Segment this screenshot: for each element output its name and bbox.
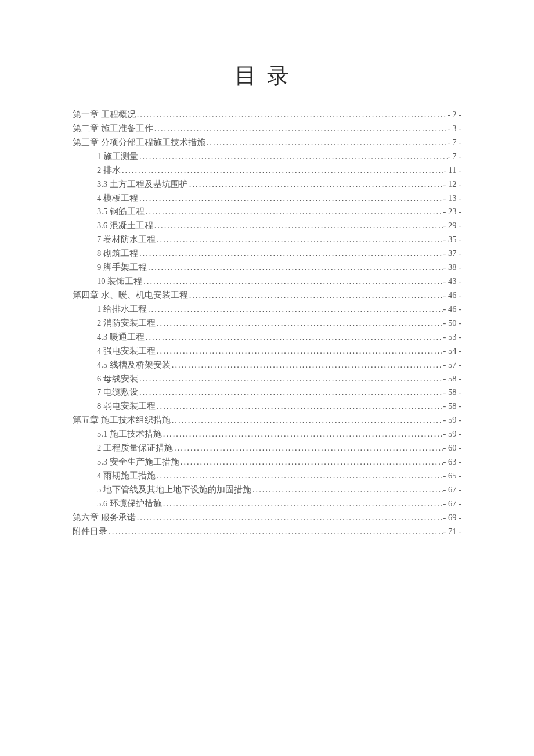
toc-leader-dots: [156, 233, 443, 247]
toc-leader-dots: [142, 275, 443, 289]
toc-entry-page: - 57 -: [443, 358, 461, 372]
page-title: 目录: [73, 61, 461, 91]
toc-entry-label: 4.3 暖通工程: [97, 330, 145, 344]
toc-leader-dots: [156, 469, 443, 483]
toc-entry-label: 5.3 安全生产施工措施: [97, 455, 179, 469]
toc-entry: 第三章 分项分部工程施工技术措施- 7 -: [73, 136, 461, 150]
toc-entry: 7 卷材防水工程- 35 -: [73, 233, 461, 247]
toc-entry-label: 第六章 服务承诺: [73, 511, 136, 525]
toc-entry: 8 砌筑工程- 37 -: [73, 247, 461, 261]
toc-entry: 4 模板工程- 13 -: [73, 192, 461, 206]
toc-entry-label: 5.6 环境保护措施: [97, 497, 162, 511]
toc-entry-page: - 12 -: [443, 178, 461, 192]
toc-entry-label: 附件目录: [73, 525, 107, 539]
toc-entry: 5 地下管线及其地上地下设施的加固措施- 67 -: [73, 483, 461, 497]
toc-entry-page: - 53 -: [443, 330, 461, 344]
toc-entry: 4.3 暖通工程- 53 -: [73, 330, 461, 344]
toc-entry-page: - 63 -: [443, 455, 461, 469]
toc-leader-dots: [156, 344, 443, 358]
toc-leader-dots: [145, 330, 443, 344]
toc-entry-label: 4 模板工程: [97, 192, 138, 206]
table-of-contents: 第一章 工程概况- 2 -第二章 施工准备工作- 3 -第三章 分项分部工程施工…: [73, 108, 461, 539]
toc-leader-dots: [171, 413, 443, 427]
toc-entry-label: 4.5 线槽及桥架安装: [97, 358, 171, 372]
toc-leader-dots: [251, 483, 443, 497]
toc-entry-label: 8 砌筑工程: [97, 247, 138, 261]
toc-entry-page: - 43 -: [443, 275, 461, 289]
toc-entry: 1 给排水工程- 46 -: [73, 303, 461, 316]
toc-entry-page: - 69 -: [443, 511, 461, 525]
toc-entry-label: 10 装饰工程: [97, 275, 142, 289]
toc-entry: 8 弱电安装工程- 58 -: [73, 399, 461, 413]
toc-entry-label: 2 排水: [97, 164, 121, 178]
toc-leader-dots: [121, 164, 443, 178]
toc-entry-label: 9 脚手架工程: [97, 261, 147, 275]
toc-entry-page: - 37 -: [443, 247, 461, 261]
toc-entry-page: - 54 -: [443, 344, 461, 358]
toc-entry-label: 3.3 土方工程及基坑围护: [97, 178, 188, 192]
toc-entry-page: - 60 -: [443, 441, 461, 455]
toc-entry: 2 消防安装工程- 50 -: [73, 316, 461, 330]
toc-leader-dots: [138, 247, 443, 261]
toc-entry-page: - 67 -: [443, 483, 461, 497]
toc-entry-label: 6 母线安装: [97, 372, 138, 386]
toc-entry: 6 母线安装- 58 -: [73, 372, 461, 386]
toc-entry-label: 第一章 工程概况: [73, 108, 136, 122]
toc-leader-dots: [153, 219, 443, 233]
toc-leader-dots: [153, 122, 448, 136]
toc-leader-dots: [162, 427, 443, 441]
toc-entry-page: - 58 -: [443, 386, 461, 399]
toc-entry: 5.3 安全生产施工措施- 63 -: [73, 455, 461, 469]
toc-entry: 4.5 线槽及桥架安装- 57 -: [73, 358, 461, 372]
toc-entry: 3.3 土方工程及基坑围护- 12 -: [73, 178, 461, 192]
toc-entry-page: - 38 -: [443, 261, 461, 275]
toc-leader-dots: [147, 303, 443, 316]
toc-entry: 3.6 混凝土工程- 29 -: [73, 219, 461, 233]
toc-entry-label: 1 给排水工程: [97, 303, 147, 316]
toc-leader-dots: [107, 525, 443, 539]
toc-entry: 第二章 施工准备工作- 3 -: [73, 122, 461, 136]
toc-leader-dots: [205, 136, 448, 150]
toc-entry: 第六章 服务承诺- 69 -: [73, 511, 461, 525]
toc-leader-dots: [138, 372, 443, 386]
toc-entry-label: 4 强电安装工程: [97, 344, 156, 358]
toc-entry: 第一章 工程概况- 2 -: [73, 108, 461, 122]
toc-entry-label: 第三章 分项分部工程施工技术措施: [73, 136, 205, 150]
toc-entry-page: - 46 -: [443, 303, 461, 316]
toc-entry: 7 电缆敷设- 58 -: [73, 386, 461, 399]
toc-entry: 4 强电安装工程- 54 -: [73, 344, 461, 358]
toc-entry-page: - 65 -: [443, 469, 461, 483]
toc-entry: 10 装饰工程- 43 -: [73, 275, 461, 289]
toc-entry-page: - 71 -: [443, 525, 461, 539]
toc-entry-label: 4 雨期施工措施: [97, 469, 156, 483]
toc-entry-label: 7 电缆敷设: [97, 386, 138, 399]
toc-entry-label: 2 工程质量保证措施: [97, 441, 173, 455]
toc-entry-label: 第二章 施工准备工作: [73, 122, 153, 136]
toc-entry: 附件目录- 71 -: [73, 525, 461, 539]
toc-leader-dots: [156, 399, 443, 413]
toc-entry-label: 第四章 水、暖、机电安装工程: [73, 289, 188, 303]
toc-entry-page: - 13 -: [443, 192, 461, 206]
toc-leader-dots: [138, 192, 443, 206]
toc-leader-dots: [147, 261, 443, 275]
toc-entry-page: - 59 -: [443, 413, 461, 427]
toc-entry-page: - 7 -: [448, 150, 461, 164]
toc-entry: 第五章 施工技术组织措施- 59 -: [73, 413, 461, 427]
toc-entry: 5.6 环境保护措施- 67 -: [73, 497, 461, 511]
toc-entry-page: - 11 -: [443, 164, 461, 178]
toc-entry: 1 施工测量- 7 -: [73, 150, 461, 164]
toc-entry-label: 5.1 施工技术措施: [97, 427, 162, 441]
toc-leader-dots: [188, 289, 443, 303]
toc-entry-page: - 50 -: [443, 316, 461, 330]
toc-entry: 4 雨期施工措施- 65 -: [73, 469, 461, 483]
toc-entry: 5.1 施工技术措施- 59 -: [73, 427, 461, 441]
toc-leader-dots: [136, 108, 448, 122]
toc-entry-page: - 59 -: [443, 427, 461, 441]
toc-entry: 2 工程质量保证措施- 60 -: [73, 441, 461, 455]
toc-entry-page: - 46 -: [443, 289, 461, 303]
toc-entry-label: 3.6 混凝土工程: [97, 219, 153, 233]
toc-leader-dots: [156, 316, 443, 330]
toc-entry-label: 5 地下管线及其地上地下设施的加固措施: [97, 483, 251, 497]
toc-entry-label: 3.5 钢筋工程: [97, 205, 145, 219]
toc-leader-dots: [179, 455, 443, 469]
